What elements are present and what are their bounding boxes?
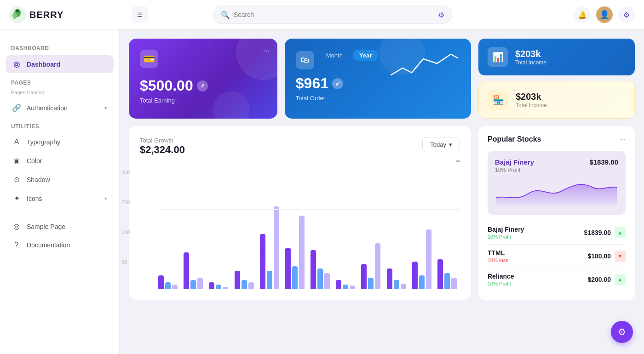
year-toggle[interactable]: Year bbox=[353, 50, 378, 61]
featured-stock-price: $1839.00 bbox=[589, 158, 618, 166]
order-card-left: 🛍 Month Year $961 ↙ Total Order bbox=[296, 50, 379, 102]
logo-text: BERRY bbox=[29, 10, 63, 20]
logo-icon bbox=[9, 6, 26, 23]
fab-button[interactable]: ⚙ bbox=[611, 321, 633, 343]
featured-stock-header: Bajaj Finery 10% Profit $1839.00 bbox=[495, 158, 618, 173]
bar-blue bbox=[216, 285, 221, 289]
sidebar-item-sample-label: Sample Page bbox=[27, 223, 65, 230]
stock-1-right: $1839.00 ▲ bbox=[584, 227, 626, 238]
bottom-section: Total Growth $2,324.00 Today ▾ ≡ 360 270… bbox=[129, 126, 635, 300]
earning-card-menu[interactable]: ··· bbox=[263, 46, 270, 56]
bar-purple bbox=[437, 259, 443, 289]
stock-2-price: $100.00 bbox=[587, 252, 611, 260]
fab-gear-icon: ⚙ bbox=[618, 326, 626, 337]
utilities-section-label: Utilities bbox=[11, 123, 108, 130]
bell-icon: 🔔 bbox=[578, 11, 587, 19]
stock-3-badge: ▲ bbox=[615, 274, 626, 285]
docs-icon: ? bbox=[12, 241, 21, 249]
bar-group-7 bbox=[310, 250, 333, 289]
income-yellow-label: Total Income bbox=[516, 102, 547, 108]
bar-purple bbox=[412, 262, 418, 289]
sidebar-item-authentication[interactable]: 🔗 Authentication ▾ bbox=[6, 99, 114, 117]
stock-3-name: Reliance bbox=[488, 273, 514, 280]
bar-blue bbox=[343, 285, 348, 289]
today-button[interactable]: Today ▾ bbox=[422, 137, 460, 152]
typography-icon: A bbox=[12, 138, 21, 146]
wallet-icon: 💳 bbox=[144, 53, 155, 64]
stocks-menu-icon[interactable]: ··· bbox=[620, 135, 626, 143]
income-blue-amount: $203k bbox=[515, 49, 546, 59]
bar-lavender bbox=[223, 287, 228, 289]
sidebar-item-sample[interactable]: ◎ Sample Page bbox=[6, 217, 114, 235]
dashboard-section-label: Dashboard bbox=[11, 45, 108, 51]
chart-menu-icon[interactable]: ≡ bbox=[140, 158, 460, 166]
bar-blue bbox=[267, 271, 272, 289]
order-card-content: 🛍 Month Year $961 ↙ Total Order bbox=[296, 50, 460, 102]
bag-icon: 🛍 bbox=[301, 55, 309, 65]
avatar[interactable]: 👤 bbox=[596, 6, 613, 23]
sidebar-item-typography[interactable]: A Typography bbox=[6, 133, 114, 151]
sidebar-item-docs[interactable]: ? Documentation bbox=[6, 236, 114, 254]
income-yellow-amount: $203k bbox=[516, 91, 547, 102]
bar-blue bbox=[368, 278, 374, 289]
earning-card: 💳 ··· $500.00 ↗ Total Earning bbox=[129, 39, 277, 119]
sidebar-item-auth-label: Authentication bbox=[27, 104, 68, 112]
stock-list-item-1: Bajaj Finery 10% Profit $1839.00 ▲ bbox=[488, 221, 626, 245]
featured-stock-name: Bajaj Finery bbox=[495, 158, 534, 166]
bar-group-3 bbox=[209, 282, 231, 289]
order-label: Total Order bbox=[296, 95, 379, 102]
bar-blue bbox=[317, 268, 323, 289]
income-yellow-info: $203k Total Income bbox=[516, 91, 547, 108]
menu-icon: ☰ bbox=[137, 11, 143, 18]
bar-blue bbox=[165, 282, 171, 289]
bar-lavender bbox=[350, 285, 355, 289]
notification-button[interactable]: 🔔 bbox=[574, 6, 591, 23]
svg-point-2 bbox=[12, 12, 17, 19]
settings-button[interactable]: ⚙ bbox=[618, 6, 635, 23]
bar-lavender bbox=[299, 216, 305, 289]
earning-trend-icon: ↗ bbox=[197, 80, 208, 91]
income-card-yellow: 🏪 $203k Total Income bbox=[478, 81, 635, 119]
featured-stock-profit: 10% Profit bbox=[495, 167, 534, 173]
earning-card-icon: 💳 bbox=[140, 50, 158, 68]
sidebar-item-dashboard[interactable]: ◎ Dashboard bbox=[6, 55, 114, 73]
bar-lavender bbox=[426, 229, 431, 289]
today-label: Today bbox=[430, 141, 446, 148]
bar-purple bbox=[310, 250, 316, 289]
top-cards-row: 💳 ··· $500.00 ↗ Total Earning 🛍 bbox=[129, 39, 635, 119]
sidebar-item-icons[interactable]: ✦ Icons ▾ bbox=[6, 189, 114, 207]
color-icon: ◉ bbox=[12, 156, 21, 165]
sample-icon: ◎ bbox=[12, 222, 21, 231]
bar-lavender bbox=[451, 278, 457, 289]
stocks-header: Popular Stocks ··· bbox=[488, 135, 626, 143]
stocks-title: Popular Stocks bbox=[488, 135, 541, 143]
y-axis: 360 270 180 90 bbox=[121, 170, 130, 289]
sidebar-item-color[interactable]: ◉ Color bbox=[6, 152, 114, 170]
bar-lavender bbox=[375, 243, 380, 289]
chart-card: Total Growth $2,324.00 Today ▾ ≡ 360 270… bbox=[129, 126, 471, 300]
search-input[interactable] bbox=[234, 11, 434, 18]
sidebar-item-shadow[interactable]: ⊙ Shadow bbox=[6, 171, 114, 188]
logo-area: BERRY bbox=[9, 6, 124, 23]
income-blue-info: $203k Total Income bbox=[515, 49, 546, 66]
bar-lavender bbox=[172, 285, 178, 289]
sidebar: Dashboard ◎ Dashboard Pages Pages Captio… bbox=[0, 29, 120, 354]
menu-button[interactable]: ☰ bbox=[132, 6, 148, 23]
month-toggle[interactable]: Month bbox=[320, 50, 349, 61]
filter-icon[interactable]: ⚙ bbox=[438, 11, 444, 19]
bar-group-8 bbox=[336, 280, 358, 289]
auth-icon: 🔗 bbox=[12, 103, 21, 112]
bar-purple bbox=[158, 275, 164, 289]
shadow-icon: ⊙ bbox=[12, 175, 21, 184]
icons-chevron-icon: ▾ bbox=[104, 195, 107, 202]
right-cards: 📊 $203k Total Income 🏪 $203k Total Incom… bbox=[478, 39, 635, 119]
bar-lavender bbox=[197, 278, 203, 289]
bar-blue bbox=[292, 266, 298, 289]
order-trend-icon: ↙ bbox=[332, 78, 343, 89]
bar-group-6 bbox=[285, 216, 308, 289]
stocks-card: Popular Stocks ··· Bajaj Finery 10% Prof… bbox=[478, 126, 635, 300]
bar-lavender bbox=[324, 273, 330, 289]
earning-label: Total Earning bbox=[140, 97, 266, 104]
stock-list-item-3: Reliance 10% Profit $200.00 ▲ bbox=[488, 268, 626, 291]
dropdown-icon: ▾ bbox=[449, 141, 452, 148]
